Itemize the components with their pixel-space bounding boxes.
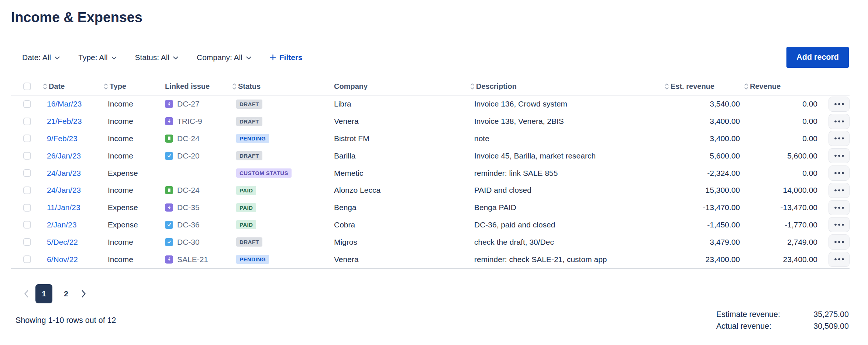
cell-date: 24/Jan/23 [41,169,103,178]
cell-company: Memetic [330,169,469,178]
cell-date: 6/Nov/22 [41,255,103,264]
page-header: Income & Expenses [0,0,868,34]
date-link[interactable]: 21/Feb/23 [47,117,82,126]
issue-key-link[interactable]: SALE-21 [177,255,208,264]
ellipsis-icon [834,223,844,226]
table-row: 6/Nov/22IncomeSALE-21PENDINGVeneraremind… [11,251,850,268]
column-label: Company [334,82,368,91]
date-link[interactable]: 24/Jan/23 [47,169,81,178]
row-checkbox[interactable] [23,135,31,142]
column-header-est-revenue[interactable]: Est. revenue [664,82,740,91]
cell-est-revenue: 3,479.00 [664,238,740,247]
row-checkbox[interactable] [23,255,31,263]
status-badge[interactable]: DRAFT [236,237,262,247]
row-actions-button[interactable] [829,252,850,267]
column-header-type[interactable]: Type [103,82,162,91]
issue-key-link[interactable]: TRIC-9 [177,117,202,126]
status-badge[interactable]: DRAFT [236,151,262,160]
page-button-2[interactable]: 2 [58,284,75,303]
status-badge[interactable]: PENDING [236,134,269,143]
row-actions-button[interactable] [829,183,850,198]
filter-date[interactable]: Date: All [22,53,60,62]
status-badge[interactable]: DRAFT [236,117,262,126]
cell-status: DRAFT [232,151,330,160]
row-actions-button[interactable] [829,165,850,181]
chevron-down-icon [173,56,178,60]
chevron-right-icon [81,290,86,298]
issue-key-link[interactable]: DC-24 [177,134,200,143]
cell-type: Income [103,134,162,143]
filter-status[interactable]: Status: All [135,53,178,62]
issue-key-link[interactable]: DC-20 [177,151,200,160]
column-header-description[interactable]: Description [469,82,664,91]
next-page-button[interactable] [80,288,88,299]
date-link[interactable]: 26/Jan/23 [47,151,81,160]
filter-type[interactable]: Type: All [78,53,116,62]
cell-type: Expense [103,169,162,178]
cell-revenue: 23,400.00 [740,255,817,264]
column-header-date[interactable]: Date [41,82,103,91]
cell-type: Income [103,255,162,264]
cell-company: Venera [330,117,469,126]
status-badge[interactable]: PAID [236,186,256,195]
date-link[interactable]: 16/Mar/23 [47,100,82,108]
status-badge[interactable]: PAID [236,220,256,229]
cell-revenue: -13,470.00 [740,203,817,212]
status-badge[interactable]: PAID [236,203,256,212]
sort-icon [104,83,108,90]
cell-type: Income [103,238,162,247]
issue-key-link[interactable]: DC-35 [177,203,200,212]
status-badge[interactable]: DRAFT [236,100,262,109]
row-actions-button[interactable] [829,200,850,215]
column-header-status[interactable]: Status [232,82,330,91]
row-actions-button[interactable] [829,234,850,250]
column-label: Status [238,82,261,91]
date-link[interactable]: 11/Jan/23 [47,203,80,212]
add-record-button[interactable]: Add record [786,47,849,68]
records-table: Date Type Linked issue Status Company De… [11,78,850,269]
row-actions-button[interactable] [829,148,850,163]
filter-company[interactable]: Company: All [197,53,251,62]
cell-est-revenue: -1,450.00 [664,220,740,229]
row-checkbox[interactable] [23,100,31,108]
status-badge[interactable]: CUSTOM STATUS [236,168,292,178]
cell-est-revenue: -13,470.00 [664,203,740,212]
issue-key-link[interactable]: DC-27 [177,100,200,108]
previous-page-button[interactable] [22,288,30,299]
table-body: 16/Mar/23IncomeDC-27DRAFTLibraInvoice 13… [11,95,850,269]
date-link[interactable]: 2/Jan/23 [47,220,77,229]
row-checkbox[interactable] [23,187,31,194]
column-header-revenue[interactable]: Revenue [740,82,817,91]
cell-linked-issue: DC-24 [162,134,232,143]
issue-key-link[interactable]: DC-36 [177,220,200,229]
row-checkbox[interactable] [23,169,31,177]
date-link[interactable]: 24/Jan/23 [47,186,81,195]
cell-status: PAID [232,220,330,229]
select-all-checkbox[interactable] [23,83,31,90]
issue-key-link[interactable]: DC-24 [177,186,200,195]
issue-key-link[interactable]: DC-30 [177,238,200,247]
add-filters-button[interactable]: Filters [270,53,303,62]
row-checkbox[interactable] [23,152,31,160]
date-link[interactable]: 6/Nov/22 [47,255,78,264]
row-actions-button[interactable] [829,97,850,112]
date-link[interactable]: 9/Feb/23 [47,134,78,143]
table-row: 24/Jan/23IncomeDC-24PAIDAlonzo LeccaPAID… [11,182,850,199]
cell-status: CUSTOM STATUS [232,168,330,178]
row-checkbox[interactable] [23,118,31,125]
cell-linked-issue: TRIC-9 [162,117,232,126]
row-checkbox-cell [11,238,41,246]
row-checkbox[interactable] [23,238,31,246]
page-button-1[interactable]: 1 [35,284,52,303]
row-checkbox[interactable] [23,204,31,212]
row-checkbox[interactable] [23,221,31,229]
row-actions-button[interactable] [829,131,850,146]
date-link[interactable]: 5/Dec/22 [47,238,78,247]
row-checkbox-cell [11,135,41,142]
row-actions-button[interactable] [829,217,850,232]
table-row: 5/Dec/22IncomeDC-30DRAFTMigroscheck the … [11,233,850,251]
cell-status: PAID [232,203,330,212]
row-actions-button[interactable] [829,114,850,129]
status-badge[interactable]: PENDING [236,255,269,264]
rows-summary: Showing 1-10 rows out of 12 [16,316,116,325]
